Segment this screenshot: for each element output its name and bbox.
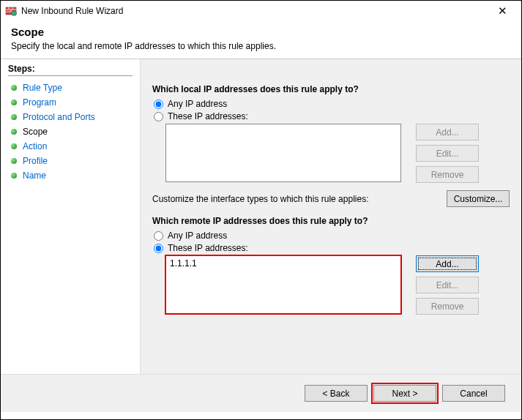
- wizard-header: Scope Specify the local and remote IP ad…: [1, 21, 521, 59]
- step-label: Name: [23, 170, 46, 181]
- step-action[interactable]: Action: [8, 139, 133, 154]
- remote-ip-question: Which remote IP addresses does this rule…: [152, 216, 510, 226]
- main-panel: Which local IP addresses does this rule …: [140, 59, 521, 374]
- bullet-icon: [11, 114, 17, 120]
- remote-these-label: These IP addresses:: [168, 243, 248, 253]
- steps-panel: Steps: Rule Type Program Protocol and Po…: [1, 59, 140, 374]
- page-title: Scope: [11, 26, 511, 38]
- step-label: Program: [23, 97, 56, 108]
- local-edit-button[interactable]: Edit...: [416, 145, 479, 162]
- step-program[interactable]: Program: [8, 95, 133, 110]
- bullet-icon: [11, 129, 17, 135]
- customize-text: Customize the interface types to which t…: [152, 194, 447, 204]
- step-name[interactable]: Name: [8, 168, 133, 183]
- step-profile[interactable]: Profile: [8, 154, 133, 168]
- back-button[interactable]: < Back: [305, 385, 368, 402]
- remote-add-button[interactable]: Add...: [416, 255, 479, 272]
- remote-ip-entry[interactable]: 1.1.1.1: [170, 258, 397, 269]
- step-scope[interactable]: Scope: [8, 124, 133, 139]
- remote-remove-button[interactable]: Remove: [416, 298, 479, 315]
- local-these-radio[interactable]: [154, 112, 163, 121]
- remote-ip-list[interactable]: 1.1.1.1: [165, 255, 401, 314]
- step-label: Protocol and Ports: [23, 112, 95, 122]
- local-remove-button[interactable]: Remove: [416, 166, 479, 183]
- wizard-footer: < Back Next > Cancel: [1, 374, 521, 412]
- content: Steps: Rule Type Program Protocol and Po…: [1, 59, 521, 374]
- step-label: Profile: [23, 156, 48, 166]
- step-label: Scope: [23, 127, 48, 137]
- bullet-icon: [11, 158, 17, 164]
- local-these-label: These IP addresses:: [168, 111, 248, 121]
- local-ip-list[interactable]: [165, 124, 401, 182]
- steps-title: Steps:: [8, 64, 133, 76]
- local-ip-block: Add... Edit... Remove: [165, 124, 510, 183]
- svg-point-6: [12, 11, 17, 16]
- remote-these-radio-row[interactable]: These IP addresses:: [152, 243, 510, 253]
- bullet-icon: [11, 173, 17, 179]
- remote-any-radio[interactable]: [154, 231, 163, 241]
- remote-any-label: Any IP address: [168, 230, 227, 241]
- remote-these-radio[interactable]: [154, 244, 163, 253]
- close-button[interactable]: ✕: [488, 4, 517, 18]
- titlebar: New Inbound Rule Wizard ✕: [1, 1, 521, 21]
- remote-ip-actions: Add... Edit... Remove: [416, 255, 479, 315]
- step-label: Rule Type: [23, 83, 62, 93]
- bullet-icon: [11, 143, 17, 149]
- remote-ip-block: 1.1.1.1 Add... Edit... Remove: [165, 255, 510, 315]
- local-these-radio-row[interactable]: These IP addresses:: [152, 111, 510, 121]
- local-any-radio-row[interactable]: Any IP address: [152, 99, 510, 109]
- next-button[interactable]: Next >: [373, 385, 436, 402]
- local-ip-question: Which local IP addresses does this rule …: [152, 84, 510, 94]
- step-protocol-and-ports[interactable]: Protocol and Ports: [8, 110, 133, 124]
- customize-row: Customize the interface types to which t…: [152, 190, 510, 207]
- remote-any-radio-row[interactable]: Any IP address: [152, 230, 510, 241]
- local-ip-actions: Add... Edit... Remove: [416, 124, 479, 183]
- remote-edit-button[interactable]: Edit...: [416, 277, 479, 293]
- step-label: Action: [23, 141, 47, 151]
- local-any-label: Any IP address: [168, 99, 227, 109]
- cancel-button[interactable]: Cancel: [442, 385, 505, 402]
- firewall-icon: [5, 5, 17, 17]
- step-rule-type[interactable]: Rule Type: [8, 80, 133, 95]
- local-add-button[interactable]: Add...: [416, 124, 479, 140]
- customize-button[interactable]: Customize...: [447, 190, 510, 207]
- bullet-icon: [11, 100, 17, 105]
- bullet-icon: [11, 85, 17, 91]
- page-subtitle: Specify the local and remote IP addresse…: [11, 41, 511, 51]
- local-any-radio[interactable]: [154, 100, 163, 109]
- window-title: New Inbound Rule Wizard: [21, 6, 488, 16]
